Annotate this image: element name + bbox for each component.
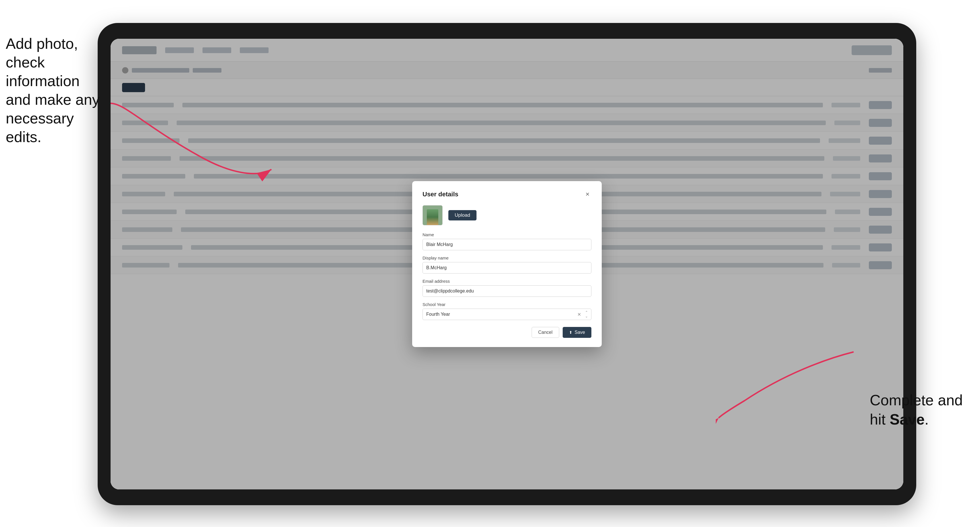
- modal-header: User details ✕: [423, 190, 592, 198]
- tablet-device: User details ✕ Upload Name Dis: [98, 23, 916, 505]
- select-controls: ✕ ⌃⌄: [576, 310, 589, 319]
- annotation-left: Add photo, check information and make an…: [6, 35, 103, 146]
- tablet-screen: User details ✕ Upload Name Dis: [111, 39, 903, 489]
- modal-footer: Cancel ⬆ Save: [423, 327, 592, 338]
- upload-photo-button[interactable]: Upload: [449, 210, 477, 221]
- annotation-right-line1: Complete and: [870, 392, 963, 408]
- name-field-group: Name: [423, 232, 592, 250]
- photo-figure: [427, 209, 438, 225]
- school-year-label: School Year: [423, 302, 592, 307]
- photo-section: Upload: [423, 205, 592, 225]
- display-name-label: Display name: [423, 256, 592, 260]
- save-button[interactable]: ⬆ Save: [563, 327, 592, 338]
- user-details-modal: User details ✕ Upload Name Dis: [412, 181, 602, 347]
- save-icon: ⬆: [569, 330, 573, 335]
- email-input[interactable]: [423, 285, 592, 297]
- clear-school-year-button[interactable]: ✕: [576, 311, 582, 318]
- user-photo-thumbnail: [423, 205, 442, 225]
- annotation-right-line2: hit: [870, 411, 889, 428]
- annotation-right-bold: Save: [890, 411, 924, 428]
- annotation-right: Complete and hit Save.: [870, 390, 963, 429]
- school-year-chevron-icon[interactable]: ⌃⌄: [584, 310, 589, 319]
- school-year-input[interactable]: [423, 309, 592, 320]
- modal-title: User details: [423, 190, 458, 198]
- display-name-input[interactable]: [423, 262, 592, 273]
- modal-close-button[interactable]: ✕: [583, 190, 592, 198]
- save-label: Save: [575, 330, 585, 335]
- annotation-right-end: .: [924, 411, 929, 428]
- school-year-select-wrapper: ✕ ⌃⌄: [423, 309, 592, 320]
- name-input[interactable]: [423, 239, 592, 250]
- cancel-button[interactable]: Cancel: [531, 327, 559, 338]
- display-name-field-group: Display name: [423, 256, 592, 273]
- email-label: Email address: [423, 279, 592, 284]
- school-year-field-group: School Year ✕ ⌃⌄: [423, 302, 592, 320]
- email-field-group: Email address: [423, 279, 592, 297]
- name-label: Name: [423, 232, 592, 237]
- modal-overlay: User details ✕ Upload Name Dis: [111, 39, 903, 489]
